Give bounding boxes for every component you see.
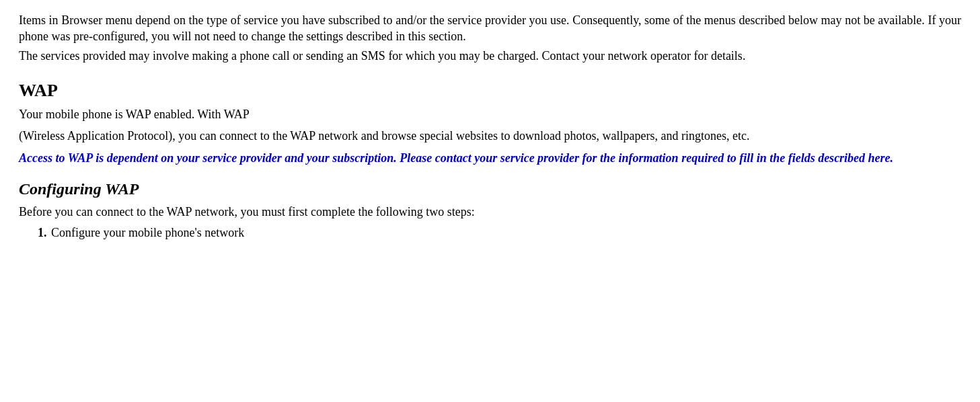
services-paragraph: The services provided may involve making… <box>19 48 961 64</box>
step-1-number: 1. <box>19 225 51 241</box>
wap-body-1: Your mobile phone is WAP enabled. With W… <box>19 106 961 122</box>
intro-paragraph-1: Items in Browser menu depend on the type… <box>19 12 961 45</box>
wap-notice: Access to WAP is dependent on your servi… <box>19 150 961 166</box>
wap-body-2: (Wireless Application Protocol), you can… <box>19 128 961 144</box>
step-1-item: 1. Configure your mobile phone's network <box>19 225 961 241</box>
configuring-wap-heading: Configuring WAP <box>19 178 961 200</box>
wap-heading: WAP <box>19 79 961 102</box>
step-1-text: Configure your mobile phone's network <box>51 225 961 241</box>
configuring-body: Before you can connect to the WAP networ… <box>19 204 961 220</box>
